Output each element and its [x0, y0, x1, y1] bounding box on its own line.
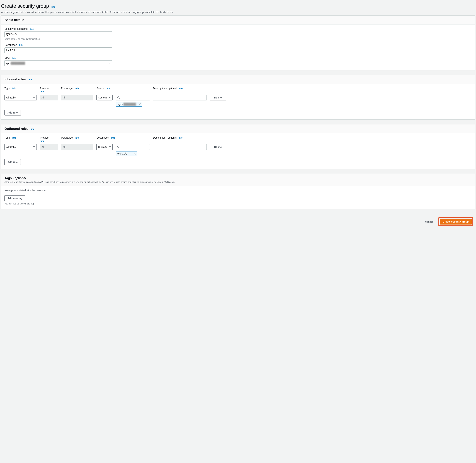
col-type-out: Type — [4, 136, 10, 139]
add-outbound-rule-button[interactable]: Add rule — [4, 159, 21, 165]
outbound-desc-input[interactable] — [153, 144, 207, 150]
label-vpc: VPC — [4, 56, 10, 59]
inbound-desc-input[interactable] — [153, 95, 207, 100]
inbound-port — [61, 95, 93, 100]
page-title: Create security group — [1, 3, 49, 9]
outbound-dest-chip: 0.0.0.0/0 — [116, 151, 137, 156]
info-link-col-source[interactable]: Info — [106, 87, 110, 90]
col-port: Port range — [61, 87, 73, 90]
info-link-col-protocol[interactable]: Info — [40, 90, 58, 93]
remove-chip-icon[interactable] — [134, 152, 136, 155]
info-link-inbound[interactable]: Info — [28, 78, 32, 81]
add-inbound-rule-button[interactable]: Add rule — [4, 110, 21, 116]
info-link-header[interactable]: Info — [52, 6, 55, 8]
panel-outbound-rules: Outbound rules Info Type Info Protocol I… — [1, 124, 475, 169]
info-link-vpc[interactable]: Info — [12, 57, 16, 59]
helper-sg-name: Name cannot be edited after creation. — [4, 38, 472, 40]
panel-tags: Tags - optional A tag is a label that yo… — [1, 174, 475, 209]
input-sg-name[interactable] — [4, 31, 112, 37]
info-link-outbound[interactable]: Info — [31, 128, 35, 130]
tags-limit: You can add up to 50 more tag — [4, 203, 472, 205]
panel-title-tags: Tags - optional — [4, 176, 26, 180]
outbound-dest-search[interactable] — [116, 144, 150, 150]
select-outbound-dest-mode-value: Custom — [98, 146, 107, 148]
outbound-port — [61, 144, 93, 150]
select-inbound-type-value: All traffic — [6, 96, 16, 99]
info-link-col-desc-out[interactable]: Info — [179, 137, 183, 139]
select-outbound-dest-mode[interactable]: Custom — [97, 144, 113, 150]
col-desc: Description - optional — [153, 87, 177, 90]
panel-title-basic: Basic details — [4, 18, 24, 22]
highlight-frame: Create security group — [438, 217, 473, 226]
select-inbound-type[interactable]: All traffic — [4, 95, 37, 100]
tags-title-suffix: - optional — [12, 176, 26, 180]
info-link-col-port[interactable]: Info — [75, 87, 79, 90]
col-port-out: Port range — [61, 136, 73, 139]
info-link-col-type[interactable]: Info — [12, 87, 16, 90]
actions-bar: Cancel Create security group — [1, 214, 475, 228]
info-link-col-desc[interactable]: Info — [179, 87, 183, 90]
remove-chip-icon[interactable] — [139, 103, 141, 105]
label-sg-desc: Description — [4, 44, 17, 46]
select-vpc-value-prefix: vpc- — [6, 62, 11, 65]
tags-title-main: Tags — [4, 176, 12, 180]
panel-basic-details: Basic details Security group name Info N… — [1, 15, 475, 70]
col-type: Type — [4, 87, 10, 90]
col-dest: Destination — [97, 136, 109, 139]
page-subtitle: A security group acts as a virtual firew… — [1, 11, 475, 14]
select-outbound-type-value: All traffic — [6, 146, 16, 148]
input-sg-desc[interactable] — [4, 47, 112, 53]
info-link-sg-name[interactable]: Info — [30, 28, 34, 30]
col-desc-out: Description - optional — [153, 136, 177, 139]
panel-title-inbound: Inbound rules — [4, 78, 26, 81]
info-link-col-port-out[interactable]: Info — [75, 137, 79, 139]
panel-inbound-rules: Inbound rules Info Type Info Protocol In… — [1, 75, 475, 120]
create-security-group-button[interactable]: Create security group — [440, 219, 472, 224]
select-inbound-source-mode[interactable]: Custom — [97, 95, 113, 100]
info-link-col-type-out[interactable]: Info — [12, 137, 16, 139]
select-vpc-value-obscured: ████████ — [11, 62, 25, 65]
info-link-sg-desc[interactable]: Info — [19, 44, 23, 46]
panel-title-outbound: Outbound rules — [4, 127, 28, 131]
select-outbound-type[interactable]: All traffic — [4, 144, 37, 150]
label-sg-name: Security group name — [4, 27, 27, 30]
col-protocol-out: Protocol — [40, 136, 49, 139]
select-inbound-source-mode-value: Custom — [98, 96, 107, 99]
inbound-source-chip: sg-ce███████ — [116, 102, 142, 107]
outbound-protocol — [40, 144, 58, 150]
outbound-dest-chip-value: 0.0.0.0/0 — [117, 152, 127, 155]
delete-outbound-rule-button[interactable]: Delete — [210, 144, 226, 150]
add-tag-button[interactable]: Add new tag — [4, 195, 26, 201]
info-link-col-protocol-out[interactable]: Info — [40, 140, 58, 142]
cancel-button[interactable]: Cancel — [422, 219, 436, 224]
tags-desc: A tag is a label that you assign to an A… — [4, 181, 472, 183]
info-link-col-dest[interactable]: Info — [111, 137, 115, 139]
delete-inbound-rule-button[interactable]: Delete — [210, 95, 226, 100]
inbound-protocol — [40, 95, 58, 100]
select-vpc[interactable]: vpc- ████████ — [4, 60, 112, 66]
col-source: Source — [97, 87, 104, 90]
inbound-source-search[interactable] — [116, 95, 150, 100]
inbound-source-chip-obscured: ███████ — [123, 103, 136, 106]
col-protocol: Protocol — [40, 87, 49, 90]
inbound-source-chip-prefix: sg-ce — [117, 103, 123, 106]
tags-empty: No tags associated with the resource. — [4, 189, 472, 192]
